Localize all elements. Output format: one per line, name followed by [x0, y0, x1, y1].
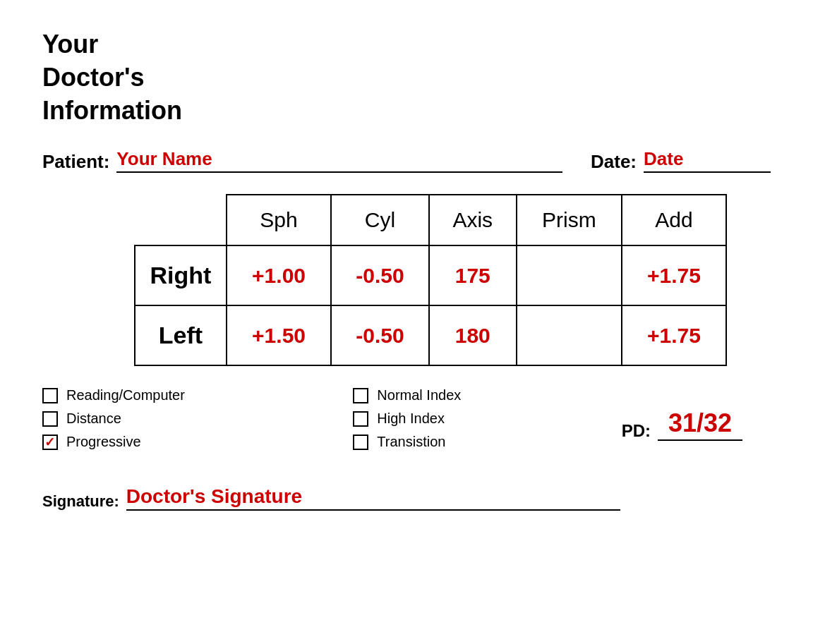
patient-value: Your Name — [116, 148, 562, 173]
left-axis: 180 — [429, 305, 517, 365]
header-add: Add — [622, 195, 726, 245]
checkbox-normal-index-label: Normal Index — [377, 387, 461, 403]
row-label-left: Left — [135, 305, 227, 365]
checkbox-distance-label: Distance — [66, 411, 121, 427]
date-value: Date — [644, 148, 771, 173]
table-row-left: Left +1.50 -0.50 180 +1.75 — [135, 305, 726, 365]
pd-label: PD: — [622, 421, 651, 441]
signature-row: Signature: Doctor's Signature — [42, 485, 771, 511]
checkbox-col-left: Reading/Computer Distance Progressive — [42, 387, 311, 457]
checkbox-reading-box[interactable] — [42, 388, 58, 403]
prescription-table: Sph Cyl Axis Prism Add Right +1.00 -0.50… — [134, 194, 727, 366]
signature-value: Doctor's Signature — [126, 485, 620, 511]
right-sph: +1.00 — [227, 245, 331, 305]
right-prism — [517, 245, 622, 305]
checkbox-col-right: Normal Index High Index Transistion — [353, 387, 621, 457]
checkbox-distance-box[interactable] — [42, 411, 58, 427]
left-sph: +1.50 — [227, 305, 331, 365]
checkbox-normal-index: Normal Index — [353, 387, 621, 403]
left-add: +1.75 — [622, 305, 726, 365]
checkbox-high-index: High Index — [353, 411, 621, 427]
pd-section: PD: 31/32 — [622, 387, 742, 441]
checkbox-transistion-label: Transistion — [377, 434, 445, 450]
right-axis: 175 — [429, 245, 517, 305]
checkbox-normal-index-box[interactable] — [353, 388, 368, 403]
right-add: +1.75 — [622, 245, 726, 305]
checkbox-distance: Distance — [42, 411, 311, 427]
checkbox-progressive-box[interactable] — [42, 435, 58, 450]
header-sph: Sph — [227, 195, 331, 245]
checkbox-reading: Reading/Computer — [42, 387, 311, 403]
header-empty — [135, 195, 227, 245]
left-cyl: -0.50 — [331, 305, 429, 365]
row-label-right: Right — [135, 245, 227, 305]
left-prism — [517, 305, 622, 365]
header-prism: Prism — [517, 195, 622, 245]
pd-value: 31/32 — [658, 408, 742, 441]
checkbox-transistion: Transistion — [353, 434, 621, 450]
page-title: Your Doctor's Information — [42, 28, 771, 127]
checkboxes-section: Reading/Computer Distance Progressive No… — [42, 387, 771, 457]
checkbox-high-index-label: High Index — [377, 411, 445, 427]
checkbox-reading-label: Reading/Computer — [66, 387, 185, 403]
signature-label: Signature: — [42, 492, 119, 511]
checkbox-transistion-box[interactable] — [353, 435, 368, 450]
date-label: Date: — [591, 151, 637, 173]
checkbox-high-index-box[interactable] — [353, 411, 368, 427]
patient-label: Patient: — [42, 151, 109, 173]
header-cyl: Cyl — [331, 195, 429, 245]
checkbox-progressive: Progressive — [42, 434, 311, 450]
checkbox-progressive-label: Progressive — [66, 434, 141, 450]
header-axis: Axis — [429, 195, 517, 245]
table-row-right: Right +1.00 -0.50 175 +1.75 — [135, 245, 726, 305]
right-cyl: -0.50 — [331, 245, 429, 305]
